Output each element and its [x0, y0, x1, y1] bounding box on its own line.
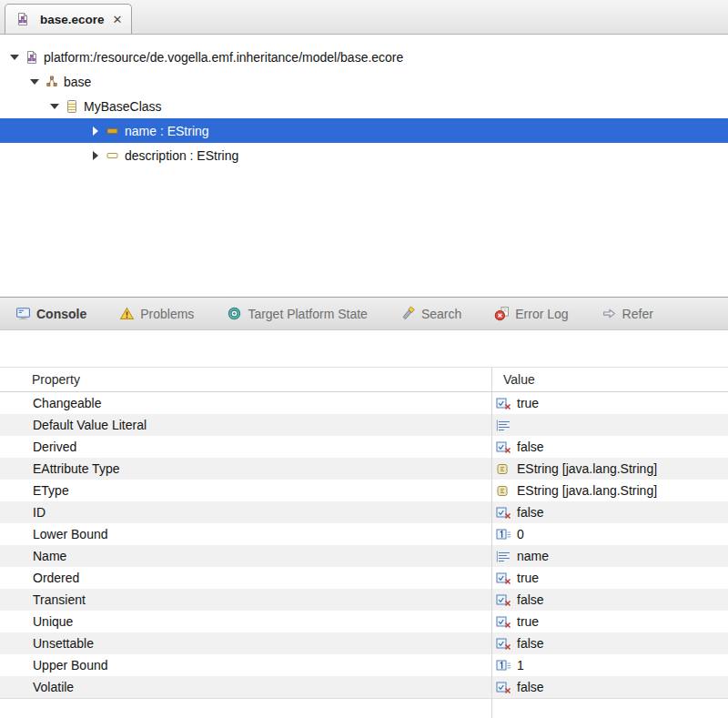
eattribute-icon — [105, 124, 120, 138]
expand-arrow-icon[interactable] — [88, 126, 103, 136]
property-value[interactable]: EString [java.lang.String] — [491, 461, 728, 476]
property-value[interactable]: true — [491, 614, 728, 629]
property-name: Derived — [0, 440, 491, 454]
tree-item-label: description : EString — [125, 148, 238, 163]
property-value[interactable]: false — [491, 636, 728, 651]
property-value-text: true — [517, 571, 539, 585]
property-value[interactable] — [491, 419, 728, 432]
property-value[interactable]: 1 — [491, 658, 728, 672]
tree-item-label: platform:/resource/de.vogella.emf.inheri… — [44, 50, 403, 65]
tree-item[interactable]: name : EString — [0, 118, 728, 143]
property-value-text: false — [517, 636, 544, 651]
property-value[interactable]: false — [491, 440, 728, 454]
property-row[interactable]: Derivedfalse — [0, 436, 728, 458]
property-value[interactable]: false — [491, 680, 728, 694]
view-tab-search[interactable]: Search — [389, 298, 473, 329]
property-value[interactable]: EString [java.lang.String] — [491, 483, 728, 498]
view-tab-label: Console — [36, 307, 86, 321]
property-name: Changeable — [0, 396, 491, 410]
tree-item-label: MyBaseClass — [84, 99, 162, 114]
collapse-arrow-icon[interactable] — [27, 79, 42, 85]
property-value-text: false — [517, 505, 544, 520]
property-row[interactable]: Namename — [0, 545, 728, 567]
tree-item-label: base — [64, 75, 91, 89]
view-tab-label: Target Platform State — [248, 307, 368, 321]
boolean-editor-icon — [496, 440, 512, 454]
boolean-editor-icon — [496, 506, 512, 520]
property-row[interactable]: Default Value Literal — [0, 414, 728, 436]
property-row[interactable]: EAttribute TypeEString [java.lang.String… — [0, 458, 728, 480]
property-row[interactable]: Upper Bound1 — [0, 654, 728, 676]
property-value-text: 1 — [517, 658, 524, 672]
property-row[interactable]: Unsettablefalse — [0, 632, 728, 654]
references-icon — [602, 306, 617, 321]
property-name: EAttribute Type — [0, 461, 491, 476]
tree-item[interactable]: MyBaseClass — [0, 94, 728, 118]
property-name: Unsettable — [0, 636, 491, 651]
property-value-text: 0 — [517, 527, 524, 541]
property-value[interactable]: true — [491, 571, 728, 585]
properties-view: Property Value ChangeabletrueDefault Val… — [0, 330, 728, 718]
view-tab-refer[interactable]: Refer — [590, 298, 665, 329]
target-platform-icon — [227, 306, 242, 321]
ecore-file-icon — [15, 12, 30, 26]
ecore-model-tree: platform:/resource/de.vogella.emf.inheri… — [0, 35, 728, 297]
property-value-text: false — [517, 440, 544, 454]
expand-arrow-icon[interactable] — [88, 151, 103, 160]
property-value-text: EString [java.lang.String] — [517, 483, 657, 498]
property-row[interactable]: Orderedtrue — [0, 567, 728, 589]
property-row[interactable]: IDfalse — [0, 501, 728, 523]
property-row[interactable]: ETypeEString [java.lang.String] — [0, 480, 728, 501]
tree-item[interactable]: base — [0, 69, 728, 94]
property-value-text: true — [517, 614, 539, 629]
properties-table-header: Property Value — [0, 367, 728, 392]
property-value[interactable]: false — [491, 505, 728, 520]
property-name: EType — [0, 483, 491, 498]
value-column-header[interactable]: Value — [491, 372, 728, 387]
view-tab-bar: ConsoleProblemsTarget Platform StateSear… — [0, 298, 728, 330]
property-value[interactable]: 0 — [491, 527, 728, 541]
view-tab-problems[interactable]: Problems — [107, 298, 206, 329]
tree-item[interactable]: platform:/resource/de.vogella.emf.inheri… — [0, 45, 728, 69]
property-value-text: true — [517, 396, 539, 410]
view-tab-target-platform-state[interactable]: Target Platform State — [215, 298, 379, 329]
collapse-arrow-icon[interactable] — [7, 55, 22, 60]
property-row[interactable]: Transientfalse — [0, 589, 728, 611]
collapse-arrow-icon[interactable] — [47, 104, 62, 109]
property-row[interactable]: Volatilefalse — [0, 676, 728, 698]
property-value[interactable]: name — [491, 549, 728, 563]
epackage-icon — [44, 75, 59, 89]
property-value[interactable]: true — [491, 396, 728, 410]
integer-editor-icon — [496, 528, 512, 541]
property-value[interactable]: false — [491, 592, 728, 607]
tree-item[interactable]: description : EString — [0, 143, 728, 167]
editor-tab-label: base.ecore — [40, 13, 105, 26]
close-icon[interactable]: ✕ — [113, 13, 123, 26]
boolean-editor-icon — [496, 397, 512, 410]
view-tab-error-log[interactable]: Error Log — [482, 298, 580, 329]
boolean-editor-icon — [496, 637, 512, 651]
property-value-text: false — [517, 592, 544, 607]
eattribute-outline-icon — [105, 148, 120, 163]
property-value-text: name — [517, 549, 549, 563]
view-tab-console[interactable]: Console — [4, 298, 98, 329]
column-resize-divider[interactable] — [491, 367, 492, 718]
bottom-panel: ConsoleProblemsTarget Platform StateSear… — [0, 297, 728, 718]
text-value-icon — [496, 419, 512, 432]
property-row[interactable]: Lower Bound0 — [0, 523, 728, 545]
view-tab-label: Search — [421, 307, 461, 321]
datatype-icon — [496, 462, 512, 476]
boolean-editor-icon — [496, 571, 512, 585]
property-row[interactable]: Changeabletrue — [0, 392, 728, 414]
boolean-editor-icon — [496, 681, 512, 694]
property-name: Volatile — [0, 680, 491, 694]
editor-tab-base-ecore[interactable]: base.ecore ✕ — [5, 4, 132, 34]
eclass-icon — [64, 99, 79, 114]
property-column-header[interactable]: Property — [0, 372, 491, 387]
boolean-editor-icon — [496, 593, 512, 607]
datatype-icon — [496, 484, 512, 498]
search-icon — [400, 306, 416, 321]
properties-toolbar-space — [0, 330, 728, 367]
property-row[interactable]: Uniquetrue — [0, 611, 728, 632]
view-tab-label: Error Log — [515, 307, 568, 321]
